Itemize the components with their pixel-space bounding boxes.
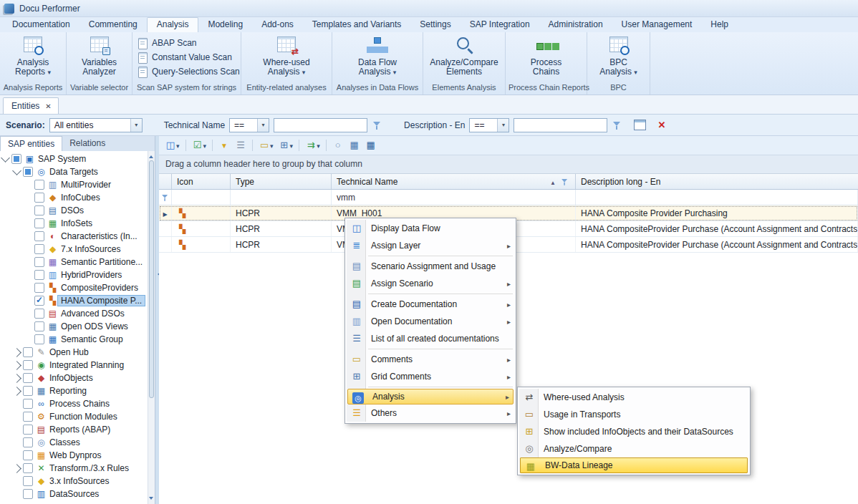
tree-item-infosets[interactable]: InfoSets: [0, 217, 148, 230]
tree-item-characteristics[interactable]: Characteristics (In...: [0, 230, 148, 243]
server-toolbar-button[interactable]: [233, 138, 249, 152]
cell-type[interactable]: HCPR: [231, 221, 332, 236]
checkbox[interactable]: [23, 450, 33, 460]
checkbox[interactable]: [34, 231, 44, 241]
checkbox[interactable]: [34, 193, 44, 203]
description-filter-input[interactable]: [514, 118, 607, 132]
menu-item-others[interactable]: Others: [347, 404, 514, 422]
column-header-type[interactable]: Type: [231, 174, 332, 189]
checkbox[interactable]: [34, 218, 44, 228]
expander-icon[interactable]: [12, 348, 21, 357]
ribbon-tab-documentation[interactable]: Documentation: [3, 17, 79, 32]
tree-item-reporting[interactable]: Reporting: [0, 384, 148, 397]
layout-icon[interactable]: [634, 120, 646, 130]
submenu-item-where-used-analysis[interactable]: Where-used Analysis: [519, 389, 748, 406]
submenu-item-analyze-compare[interactable]: Analyze/Compare: [519, 440, 748, 457]
table-open-toolbar-button[interactable]: [363, 138, 379, 152]
tree-item-open-ods-views[interactable]: Open ODS Views: [0, 320, 148, 333]
tree-item-dsos[interactable]: DSOs: [0, 204, 148, 217]
checkbox[interactable]: [11, 154, 21, 164]
tree-item-infocubes[interactable]: InfoCubes: [0, 191, 148, 204]
tree-item-sap-system[interactable]: SAP System: [0, 152, 148, 165]
submenu-item-usage-in-transports[interactable]: Usage in Transports: [519, 406, 748, 423]
comments-toolbar-button[interactable]: [256, 138, 276, 152]
description-operator-combobox[interactable]: ==: [469, 118, 509, 132]
cell-type[interactable]: HCPR: [231, 205, 332, 220]
analyze-compare-elements-button[interactable]: Analyze/Compare Elements: [425, 35, 503, 77]
doc-check-toolbar-button[interactable]: [190, 138, 209, 152]
checkbox[interactable]: [23, 386, 33, 396]
filter-cell-icon[interactable]: [172, 190, 231, 205]
checkbox[interactable]: [34, 334, 44, 344]
expander-icon[interactable]: [12, 166, 21, 175]
filter-funnel-icon[interactable]: [612, 120, 622, 131]
tree-item-hana-composite-providers[interactable]: HANA Composite P...: [0, 294, 148, 307]
tree-item-reports-abap[interactable]: Reports (ABAP): [0, 423, 148, 436]
menu-item-comments[interactable]: Comments: [347, 351, 514, 368]
process-chains-button[interactable]: Process Chains: [520, 35, 573, 77]
column-header-technical-name[interactable]: Technical Name: [332, 174, 576, 189]
table-export-toolbar-button[interactable]: [347, 138, 362, 152]
checkbox[interactable]: [34, 283, 44, 293]
tree-item-web-dynpros[interactable]: Web Dynpros: [0, 449, 148, 462]
ribbon-tab-modeling[interactable]: Modeling: [198, 17, 252, 32]
menu-item-display-data-flow[interactable]: Display Data Flow: [347, 220, 514, 237]
query-selections-scan-button[interactable]: Query-Selections Scan: [137, 66, 240, 77]
where-used-analysis-button[interactable]: Where-used Analysis: [254, 35, 319, 78]
ribbon-tab-user-management[interactable]: User Management: [612, 17, 702, 32]
checkbox[interactable]: [23, 437, 33, 447]
clear-filter-icon[interactable]: [657, 120, 665, 130]
technical-name-filter-input[interactable]: [274, 118, 367, 132]
tab-entities[interactable]: Entities: [3, 97, 59, 114]
cell-description[interactable]: HANA CompositeProvider Purchase (Account…: [576, 237, 858, 252]
tree-item-3x-infosources[interactable]: 3.x InfoSources: [0, 475, 148, 488]
technical-name-operator-combobox[interactable]: ==: [229, 118, 269, 132]
menu-item-analysis[interactable]: Analysis: [347, 389, 514, 404]
checkbox[interactable]: [23, 463, 33, 473]
menu-item-create-documentation[interactable]: Create Documentation: [347, 296, 514, 313]
tree-item-integrated-planning[interactable]: Integrated Planning: [0, 359, 148, 372]
expander-icon[interactable]: [12, 464, 21, 473]
apply-filter-icon[interactable]: [372, 120, 382, 131]
checkbox[interactable]: [34, 257, 44, 267]
checkbox[interactable]: [34, 296, 44, 306]
checkbox[interactable]: [34, 180, 44, 190]
cell-icon[interactable]: [172, 205, 231, 220]
tree-item-datasources[interactable]: DataSources: [0, 488, 148, 500]
scrollbar-thumb[interactable]: [149, 160, 154, 398]
scenario-combobox[interactable]: All entities: [49, 118, 143, 132]
menu-item-grid-comments[interactable]: Grid Comments: [347, 368, 514, 385]
filter-cell-description[interactable]: [576, 190, 858, 205]
expander-icon[interactable]: [12, 361, 21, 370]
checkbox[interactable]: [23, 360, 33, 370]
expander-icon[interactable]: [12, 374, 21, 383]
grid-comments-toolbar-button[interactable]: [276, 138, 296, 152]
checkbox[interactable]: [23, 412, 33, 422]
menu-item-list-of-all-created-documentations[interactable]: List of all created documentations: [347, 330, 514, 347]
checkbox[interactable]: [23, 399, 33, 409]
submenu-item-show-included-infoobjects[interactable]: Show included InfoObjects and their Data…: [519, 423, 748, 440]
column-filter-icon[interactable]: [561, 177, 569, 186]
ribbon-tab-templates-and-variants[interactable]: Templates and Variants: [303, 17, 411, 32]
tree-item-process-chains[interactable]: Process Chains: [0, 397, 148, 410]
ribbon-tab-analysis[interactable]: Analysis: [147, 17, 199, 32]
column-header-icon[interactable]: Icon: [172, 174, 231, 189]
cell-icon[interactable]: [172, 237, 231, 252]
column-header-description[interactable]: Description long - En: [576, 174, 858, 189]
tree-item-hybridproviders[interactable]: HybridProviders: [0, 268, 148, 281]
checkbox[interactable]: [34, 321, 44, 331]
checkbox[interactable]: [34, 270, 44, 280]
ribbon-tab-add-ons[interactable]: Add-ons: [252, 17, 303, 32]
checkbox[interactable]: [23, 373, 33, 383]
assign-toolbar-button[interactable]: [303, 138, 322, 152]
refresh-toolbar-button[interactable]: [330, 138, 346, 152]
menu-item-assign-layer[interactable]: Assign Layer: [347, 237, 514, 254]
ribbon-tab-help[interactable]: Help: [701, 17, 738, 32]
tree-scrollbar[interactable]: [148, 151, 155, 504]
constant-value-scan-button[interactable]: Constant Value Scan: [137, 52, 232, 63]
abap-scan-button[interactable]: ABAP Scan: [137, 37, 196, 49]
tab-sap-entities[interactable]: SAP entities: [0, 136, 62, 151]
ribbon-tab-sap-integration[interactable]: SAP Integration: [461, 17, 539, 32]
checkbox[interactable]: [34, 309, 44, 319]
tree-item-infoobjects[interactable]: InfoObjects: [0, 372, 148, 384]
